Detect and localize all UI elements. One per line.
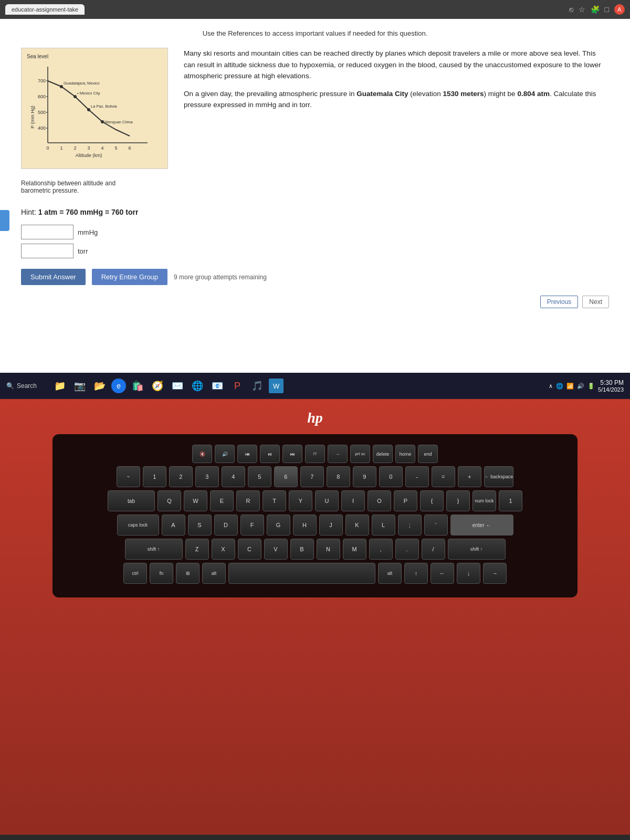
key-o[interactable]: O xyxy=(368,490,391,511)
key-c[interactable]: C xyxy=(238,539,261,560)
taskbar-icon-mail[interactable]: ✉️ xyxy=(169,377,186,394)
key-2[interactable]: 2 xyxy=(169,466,193,487)
key-arrow-right[interactable]: → xyxy=(328,445,348,463)
key-alt-left[interactable]: alt xyxy=(202,563,226,584)
key-ctrl-left[interactable]: ctrl xyxy=(123,563,147,584)
key-1[interactable]: 1 xyxy=(143,466,166,487)
taskbar-icon-camera[interactable]: 📷 xyxy=(71,377,88,394)
key-quote[interactable]: ' xyxy=(424,514,448,536)
key-y[interactable]: Y xyxy=(289,490,312,511)
key-q[interactable]: Q xyxy=(158,490,181,511)
browser-tab[interactable]: educator-assignment-take xyxy=(5,4,85,15)
star-icon[interactable]: ☆ xyxy=(579,5,585,14)
key-equals[interactable]: = xyxy=(432,466,455,487)
key-8[interactable]: 8 xyxy=(327,466,350,487)
key-backtick[interactable]: ~ xyxy=(117,466,140,487)
key-u[interactable]: U xyxy=(315,490,339,511)
submit-answer-button[interactable]: Submit Answer xyxy=(21,269,86,285)
key-win[interactable]: ⊞ xyxy=(176,563,200,584)
taskbar-icon-ppt[interactable]: P xyxy=(229,377,246,394)
key-play[interactable]: ⏯ xyxy=(260,445,280,463)
key-7[interactable]: 7 xyxy=(300,466,324,487)
key-arrow-right-nav[interactable]: → xyxy=(483,563,507,584)
key-tab[interactable]: tab xyxy=(108,490,155,511)
key-x[interactable]: X xyxy=(212,539,235,560)
key-l[interactable]: L xyxy=(372,514,395,536)
key-6[interactable]: 6 xyxy=(274,466,298,487)
key-shift-right[interactable]: shift ↑ xyxy=(448,539,506,560)
key-delete[interactable]: delete xyxy=(373,445,393,463)
taskbar-icon-store[interactable]: 🛍️ xyxy=(129,377,146,394)
key-mute[interactable]: 🔇 xyxy=(192,445,212,463)
profile-icon[interactable]: A xyxy=(614,4,625,15)
key-comma[interactable]: , xyxy=(369,539,393,560)
key-arrow-left[interactable]: ← xyxy=(430,563,454,584)
key-k[interactable]: K xyxy=(345,514,369,536)
key-f[interactable]: F xyxy=(240,514,264,536)
key-t[interactable]: T xyxy=(262,490,286,511)
key-plus[interactable]: + xyxy=(458,466,481,487)
key-home[interactable]: home xyxy=(395,445,415,463)
next-button[interactable]: Next xyxy=(582,296,609,308)
extension-icon[interactable]: 🧩 xyxy=(591,5,600,14)
key-caps[interactable]: caps lock xyxy=(117,514,159,536)
key-d[interactable]: D xyxy=(214,514,238,536)
tray-arrow-icon[interactable]: ∧ xyxy=(549,383,553,390)
key-m[interactable]: M xyxy=(343,539,366,560)
key-numlock[interactable]: num lock xyxy=(472,490,496,511)
key-v[interactable]: V xyxy=(264,539,288,560)
key-arrow-down[interactable]: ↓ xyxy=(457,563,480,584)
key-i[interactable]: I xyxy=(341,490,365,511)
key-end[interactable]: end xyxy=(418,445,438,463)
key-f7[interactable]: f7 xyxy=(305,445,325,463)
taskbar-icon-chrome[interactable]: 🌐 xyxy=(189,377,206,394)
taskbar-search[interactable]: 🔍 Search xyxy=(6,382,37,390)
torr-input[interactable] xyxy=(21,244,74,258)
key-prev[interactable]: ⏮ xyxy=(237,445,257,463)
key-3[interactable]: 3 xyxy=(195,466,219,487)
window-icon[interactable]: □ xyxy=(605,5,609,14)
key-alt-right[interactable]: alt xyxy=(378,563,402,584)
share-icon[interactable]: ⎋ xyxy=(569,5,573,14)
key-z[interactable]: Z xyxy=(185,539,209,560)
tray-volume-icon[interactable]: 🔊 xyxy=(577,383,584,390)
key-r[interactable]: R xyxy=(236,490,260,511)
key-lbracket[interactable]: { xyxy=(420,490,444,511)
taskbar-icon-folder[interactable]: 📂 xyxy=(91,377,108,394)
key-prtsc[interactable]: prt sc xyxy=(350,445,370,463)
key-arrow-up[interactable]: ↑ xyxy=(404,563,428,584)
taskbar-icon-music[interactable]: 🎵 xyxy=(249,377,266,394)
key-9[interactable]: 9 xyxy=(353,466,376,487)
key-h[interactable]: H xyxy=(293,514,317,536)
key-w[interactable]: W xyxy=(184,490,207,511)
key-next[interactable]: ⏭ xyxy=(282,445,302,463)
key-p[interactable]: P xyxy=(394,490,417,511)
retry-entire-group-button[interactable]: Retry Entire Group xyxy=(92,269,167,285)
taskbar-icon-word[interactable]: W xyxy=(269,379,284,393)
key-numpad-1[interactable]: 1 xyxy=(499,490,522,511)
taskbar-icon-nav[interactable]: 🧭 xyxy=(149,377,166,394)
key-shift-left[interactable]: shift ↑ xyxy=(125,539,183,560)
key-enter[interactable]: enter ← xyxy=(450,514,513,536)
key-n[interactable]: N xyxy=(317,539,340,560)
key-b[interactable]: B xyxy=(290,539,314,560)
key-backspace[interactable]: ← backspace xyxy=(484,466,514,487)
key-space[interactable] xyxy=(228,563,375,584)
key-rbracket[interactable]: } xyxy=(446,490,470,511)
key-s[interactable]: S xyxy=(188,514,212,536)
previous-button[interactable]: Previous xyxy=(540,296,579,308)
key-g[interactable]: G xyxy=(267,514,290,536)
key-5[interactable]: 5 xyxy=(248,466,271,487)
key-semicolon[interactable]: ; xyxy=(398,514,422,536)
key-slash[interactable]: / xyxy=(422,539,445,560)
key-fn-left[interactable]: fn xyxy=(150,563,173,584)
taskbar-icon-edge[interactable]: e xyxy=(111,379,126,393)
key-period[interactable]: . xyxy=(395,539,419,560)
taskbar-icon-file[interactable]: 📁 xyxy=(51,377,68,394)
key-4[interactable]: 4 xyxy=(222,466,245,487)
taskbar-icon-outlook[interactable]: 📧 xyxy=(209,377,226,394)
key-vol-up[interactable]: 🔊 xyxy=(215,445,235,463)
key-0[interactable]: 0 xyxy=(379,466,403,487)
key-e[interactable]: E xyxy=(210,490,234,511)
mmhg-input[interactable] xyxy=(21,225,74,239)
